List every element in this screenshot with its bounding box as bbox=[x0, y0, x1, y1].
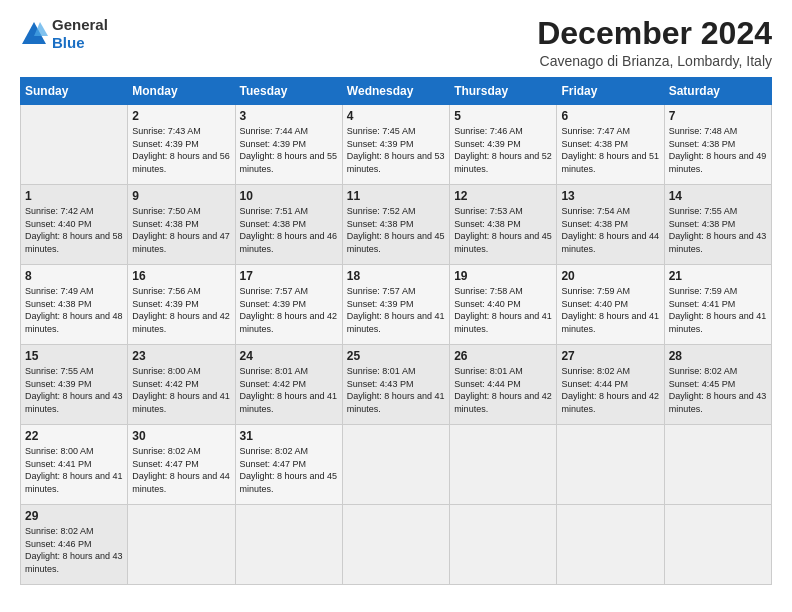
main-container: General Blue December 2024 Cavenago di B… bbox=[0, 0, 792, 595]
day-info: Sunrise: 7:59 AMSunset: 4:40 PMDaylight:… bbox=[561, 285, 659, 335]
table-row: 20Sunrise: 7:59 AMSunset: 4:40 PMDayligh… bbox=[557, 265, 664, 345]
day-number: 21 bbox=[669, 269, 767, 283]
day-info: Sunrise: 8:01 AMSunset: 4:43 PMDaylight:… bbox=[347, 365, 445, 415]
day-number: 2 bbox=[132, 109, 230, 123]
day-info: Sunrise: 7:50 AMSunset: 4:38 PMDaylight:… bbox=[132, 205, 230, 255]
table-row: 11Sunrise: 7:52 AMSunset: 4:38 PMDayligh… bbox=[342, 185, 449, 265]
table-row: 28Sunrise: 8:02 AMSunset: 4:45 PMDayligh… bbox=[664, 345, 771, 425]
day-info: Sunrise: 7:55 AMSunset: 4:38 PMDaylight:… bbox=[669, 205, 767, 255]
calendar-row: 8Sunrise: 7:49 AMSunset: 4:38 PMDaylight… bbox=[21, 265, 772, 345]
day-number: 26 bbox=[454, 349, 552, 363]
table-row: 15Sunrise: 7:55 AMSunset: 4:39 PMDayligh… bbox=[21, 345, 128, 425]
day-number: 12 bbox=[454, 189, 552, 203]
day-info: Sunrise: 8:01 AMSunset: 4:42 PMDaylight:… bbox=[240, 365, 338, 415]
day-info: Sunrise: 7:45 AMSunset: 4:39 PMDaylight:… bbox=[347, 125, 445, 175]
day-number: 24 bbox=[240, 349, 338, 363]
table-row: 10Sunrise: 7:51 AMSunset: 4:38 PMDayligh… bbox=[235, 185, 342, 265]
day-number: 6 bbox=[561, 109, 659, 123]
table-row bbox=[450, 425, 557, 505]
day-info: Sunrise: 7:55 AMSunset: 4:39 PMDaylight:… bbox=[25, 365, 123, 415]
table-row: 24Sunrise: 8:01 AMSunset: 4:42 PMDayligh… bbox=[235, 345, 342, 425]
logo: General Blue bbox=[20, 16, 108, 52]
day-info: Sunrise: 7:47 AMSunset: 4:38 PMDaylight:… bbox=[561, 125, 659, 175]
table-row: 26Sunrise: 8:01 AMSunset: 4:44 PMDayligh… bbox=[450, 345, 557, 425]
day-number: 16 bbox=[132, 269, 230, 283]
table-row: 30Sunrise: 8:02 AMSunset: 4:47 PMDayligh… bbox=[128, 425, 235, 505]
table-row: 8Sunrise: 7:49 AMSunset: 4:38 PMDaylight… bbox=[21, 265, 128, 345]
day-info: Sunrise: 7:56 AMSunset: 4:39 PMDaylight:… bbox=[132, 285, 230, 335]
table-row: 31Sunrise: 8:02 AMSunset: 4:47 PMDayligh… bbox=[235, 425, 342, 505]
col-saturday: Saturday bbox=[664, 78, 771, 105]
day-info: Sunrise: 7:51 AMSunset: 4:38 PMDaylight:… bbox=[240, 205, 338, 255]
day-number: 10 bbox=[240, 189, 338, 203]
col-tuesday: Tuesday bbox=[235, 78, 342, 105]
day-info: Sunrise: 8:02 AMSunset: 4:44 PMDaylight:… bbox=[561, 365, 659, 415]
day-info: Sunrise: 7:57 AMSunset: 4:39 PMDaylight:… bbox=[240, 285, 338, 335]
day-info: Sunrise: 7:59 AMSunset: 4:41 PMDaylight:… bbox=[669, 285, 767, 335]
calendar-row: 22Sunrise: 8:00 AMSunset: 4:41 PMDayligh… bbox=[21, 425, 772, 505]
day-info: Sunrise: 7:58 AMSunset: 4:40 PMDaylight:… bbox=[454, 285, 552, 335]
day-info: Sunrise: 7:54 AMSunset: 4:38 PMDaylight:… bbox=[561, 205, 659, 255]
title-block: December 2024 Cavenago di Brianza, Lomba… bbox=[537, 16, 772, 69]
day-number: 8 bbox=[25, 269, 123, 283]
logo-icon bbox=[20, 20, 48, 48]
day-info: Sunrise: 8:00 AMSunset: 4:41 PMDaylight:… bbox=[25, 445, 123, 495]
table-row bbox=[21, 105, 128, 185]
day-info: Sunrise: 8:01 AMSunset: 4:44 PMDaylight:… bbox=[454, 365, 552, 415]
day-number: 5 bbox=[454, 109, 552, 123]
location: Cavenago di Brianza, Lombardy, Italy bbox=[537, 53, 772, 69]
table-row: 12Sunrise: 7:53 AMSunset: 4:38 PMDayligh… bbox=[450, 185, 557, 265]
month-title: December 2024 bbox=[537, 16, 772, 51]
table-row: 22Sunrise: 8:00 AMSunset: 4:41 PMDayligh… bbox=[21, 425, 128, 505]
table-row: 9Sunrise: 7:50 AMSunset: 4:38 PMDaylight… bbox=[128, 185, 235, 265]
table-row bbox=[664, 425, 771, 505]
table-row: 2Sunrise: 7:43 AMSunset: 4:39 PMDaylight… bbox=[128, 105, 235, 185]
col-monday: Monday bbox=[128, 78, 235, 105]
table-row: 17Sunrise: 7:57 AMSunset: 4:39 PMDayligh… bbox=[235, 265, 342, 345]
day-info: Sunrise: 8:02 AMSunset: 4:46 PMDaylight:… bbox=[25, 525, 123, 575]
day-info: Sunrise: 7:44 AMSunset: 4:39 PMDaylight:… bbox=[240, 125, 338, 175]
table-row bbox=[128, 505, 235, 585]
day-number: 14 bbox=[669, 189, 767, 203]
day-info: Sunrise: 8:02 AMSunset: 4:47 PMDaylight:… bbox=[240, 445, 338, 495]
table-row: 16Sunrise: 7:56 AMSunset: 4:39 PMDayligh… bbox=[128, 265, 235, 345]
table-row: 7Sunrise: 7:48 AMSunset: 4:38 PMDaylight… bbox=[664, 105, 771, 185]
day-info: Sunrise: 7:53 AMSunset: 4:38 PMDaylight:… bbox=[454, 205, 552, 255]
table-row: 18Sunrise: 7:57 AMSunset: 4:39 PMDayligh… bbox=[342, 265, 449, 345]
header: General Blue December 2024 Cavenago di B… bbox=[20, 16, 772, 69]
table-row: 25Sunrise: 8:01 AMSunset: 4:43 PMDayligh… bbox=[342, 345, 449, 425]
table-row bbox=[557, 505, 664, 585]
day-number: 27 bbox=[561, 349, 659, 363]
table-row: 19Sunrise: 7:58 AMSunset: 4:40 PMDayligh… bbox=[450, 265, 557, 345]
day-info: Sunrise: 7:42 AMSunset: 4:40 PMDaylight:… bbox=[25, 205, 123, 255]
table-row: 5Sunrise: 7:46 AMSunset: 4:39 PMDaylight… bbox=[450, 105, 557, 185]
col-thursday: Thursday bbox=[450, 78, 557, 105]
day-info: Sunrise: 7:48 AMSunset: 4:38 PMDaylight:… bbox=[669, 125, 767, 175]
day-number: 23 bbox=[132, 349, 230, 363]
table-row: 13Sunrise: 7:54 AMSunset: 4:38 PMDayligh… bbox=[557, 185, 664, 265]
day-number: 22 bbox=[25, 429, 123, 443]
day-number: 19 bbox=[454, 269, 552, 283]
day-number: 15 bbox=[25, 349, 123, 363]
table-row: 23Sunrise: 8:00 AMSunset: 4:42 PMDayligh… bbox=[128, 345, 235, 425]
day-number: 28 bbox=[669, 349, 767, 363]
day-number: 11 bbox=[347, 189, 445, 203]
logo-text: General Blue bbox=[52, 16, 108, 52]
table-row bbox=[342, 425, 449, 505]
col-friday: Friday bbox=[557, 78, 664, 105]
day-info: Sunrise: 7:46 AMSunset: 4:39 PMDaylight:… bbox=[454, 125, 552, 175]
table-row bbox=[557, 425, 664, 505]
day-number: 18 bbox=[347, 269, 445, 283]
day-number: 31 bbox=[240, 429, 338, 443]
day-number: 17 bbox=[240, 269, 338, 283]
table-row: 3Sunrise: 7:44 AMSunset: 4:39 PMDaylight… bbox=[235, 105, 342, 185]
day-info: Sunrise: 8:02 AMSunset: 4:47 PMDaylight:… bbox=[132, 445, 230, 495]
day-info: Sunrise: 8:02 AMSunset: 4:45 PMDaylight:… bbox=[669, 365, 767, 415]
day-number: 4 bbox=[347, 109, 445, 123]
calendar-table: Sunday Monday Tuesday Wednesday Thursday… bbox=[20, 77, 772, 585]
day-number: 20 bbox=[561, 269, 659, 283]
day-info: Sunrise: 8:00 AMSunset: 4:42 PMDaylight:… bbox=[132, 365, 230, 415]
table-row: 4Sunrise: 7:45 AMSunset: 4:39 PMDaylight… bbox=[342, 105, 449, 185]
day-number: 25 bbox=[347, 349, 445, 363]
calendar-row: 1Sunrise: 7:42 AMSunset: 4:40 PMDaylight… bbox=[21, 185, 772, 265]
